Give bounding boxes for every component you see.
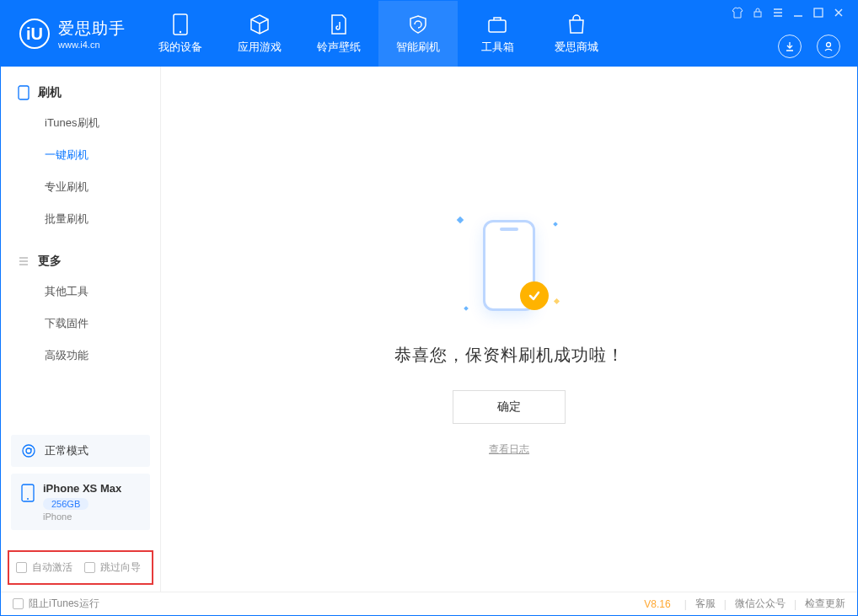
brand-name: 爱思助手 (58, 18, 126, 40)
sync-icon (21, 443, 36, 458)
svg-rect-4 (814, 8, 823, 17)
brand-url: www.i4.cn (58, 40, 126, 50)
version-label: V8.16 (644, 598, 670, 610)
footer-right: V8.16 | 客服 | 微信公众号 | 检查更新 (644, 597, 845, 611)
sidebar: 刷机 iTunes刷机 一键刷机 专业刷机 批量刷机 更多 其他工具 下载固件 … (1, 67, 161, 592)
success-message: 恭喜您，保资料刷机成功啦！ (394, 344, 625, 367)
phone-icon (169, 13, 191, 35)
checkbox-auto-activate[interactable]: 自动激活 (16, 560, 72, 575)
success-illustration (446, 202, 572, 329)
sidebar-item-advanced[interactable]: 高级功能 (1, 340, 160, 372)
refresh-shield-icon (407, 13, 429, 35)
device-storage-badge: 256GB (43, 498, 88, 510)
app-header: iU 爱思助手 www.i4.cn 我的设备 应用游戏 铃声壁纸 智能刷机 工具… (1, 1, 857, 67)
checkbox-label: 跳过向导 (100, 560, 141, 575)
sparkle-icon (457, 216, 464, 222)
maximize-icon[interactable] (812, 6, 825, 19)
window-controls (731, 6, 845, 19)
header-actions (778, 35, 840, 58)
sparkle-icon (554, 297, 560, 303)
cube-icon (249, 13, 271, 35)
device-info-card[interactable]: iPhone XS Max 256GB iPhone (11, 474, 150, 530)
sidebar-scroll: 刷机 iTunes刷机 一键刷机 专业刷机 批量刷机 更多 其他工具 下载固件 … (1, 67, 160, 428)
checkbox-label: 阻止iTunes运行 (29, 597, 99, 611)
checkbox-block-itunes[interactable]: 阻止iTunes运行 (13, 597, 99, 611)
device-mode-card[interactable]: 正常模式 (11, 435, 150, 467)
sidebar-group-title: 刷机 (38, 85, 62, 100)
footer-link-update[interactable]: 检查更新 (805, 597, 845, 611)
sidebar-item-download-firmware[interactable]: 下载固件 (1, 308, 160, 340)
svg-point-9 (27, 498, 29, 500)
shopping-bag-icon (566, 13, 587, 35)
sidebar-group-more: 更多 (1, 247, 160, 276)
sidebar-item-oneclick-flash[interactable]: 一键刷机 (1, 139, 160, 171)
brand-logo: iU 爱思助手 www.i4.cn (1, 1, 141, 67)
user-icon[interactable] (817, 35, 840, 58)
checkbox-icon (16, 562, 27, 573)
device-type: iPhone (43, 512, 121, 522)
success-panel: 恭喜您，保资料刷机成功啦！ 确定 查看日志 (394, 202, 625, 457)
device-mode-label: 正常模式 (45, 443, 88, 458)
download-icon[interactable] (778, 35, 802, 58)
logo-icon: iU (19, 19, 50, 49)
close-icon[interactable] (832, 6, 845, 19)
checkmark-badge-icon (520, 281, 549, 310)
view-log-link[interactable]: 查看日志 (489, 443, 529, 455)
status-bar: 阻止iTunes运行 V8.16 | 客服 | 微信公众号 | 检查更新 (1, 592, 857, 615)
lock-icon[interactable] (751, 6, 764, 19)
svg-rect-2 (489, 20, 506, 32)
nav-store[interactable]: 爱思商城 (537, 1, 616, 67)
nav-toolbox[interactable]: 工具箱 (458, 1, 537, 67)
checkbox-icon (13, 598, 24, 609)
sidebar-item-itunes-flash[interactable]: iTunes刷机 (1, 107, 160, 139)
tshirt-icon[interactable] (731, 6, 744, 19)
menu-icon[interactable] (771, 6, 785, 19)
checkbox-icon (84, 562, 95, 573)
sidebar-item-pro-flash[interactable]: 专业刷机 (1, 171, 160, 203)
sidebar-item-batch-flash[interactable]: 批量刷机 (1, 203, 160, 235)
svg-point-5 (827, 43, 831, 47)
nav-my-device[interactable]: 我的设备 (141, 1, 220, 67)
sparkle-icon (553, 222, 558, 227)
svg-rect-6 (19, 86, 29, 99)
nav-smart-flash[interactable]: 智能刷机 (378, 1, 458, 67)
briefcase-icon (486, 13, 508, 35)
ok-button[interactable]: 确定 (453, 390, 566, 424)
svg-point-1 (180, 30, 181, 32)
device-phone-icon (21, 484, 35, 502)
checkbox-label: 自动激活 (32, 560, 72, 575)
highlighted-options: 自动激活 跳过向导 (8, 550, 153, 585)
app-body: 刷机 iTunes刷机 一键刷机 专业刷机 批量刷机 更多 其他工具 下载固件 … (1, 67, 857, 592)
main-content: 恭喜您，保资料刷机成功啦！ 确定 查看日志 (161, 67, 857, 592)
device-name: iPhone XS Max (43, 482, 121, 495)
music-file-icon (328, 13, 350, 35)
nav-apps-games[interactable]: 应用游戏 (220, 1, 299, 67)
sidebar-group-flash: 刷机 (1, 78, 160, 107)
svg-point-7 (23, 445, 35, 457)
svg-rect-3 (754, 12, 761, 17)
footer-link-support[interactable]: 客服 (695, 597, 716, 611)
minimize-icon[interactable] (791, 6, 805, 19)
main-nav: 我的设备 应用游戏 铃声壁纸 智能刷机 工具箱 爱思商城 (141, 1, 616, 67)
sparkle-icon (464, 306, 469, 311)
phone-outline-icon (18, 85, 29, 100)
footer-link-wechat[interactable]: 微信公众号 (735, 597, 786, 611)
checkbox-skip-guide[interactable]: 跳过向导 (84, 560, 141, 575)
device-panel: 正常模式 iPhone XS Max 256GB iPhone (1, 428, 160, 547)
nav-ringtones-wallpapers[interactable]: 铃声壁纸 (299, 1, 378, 67)
sidebar-group-title: 更多 (38, 254, 62, 269)
sidebar-item-other-tools[interactable]: 其他工具 (1, 276, 160, 308)
brand-text: 爱思助手 www.i4.cn (58, 18, 126, 50)
list-icon (18, 255, 29, 267)
